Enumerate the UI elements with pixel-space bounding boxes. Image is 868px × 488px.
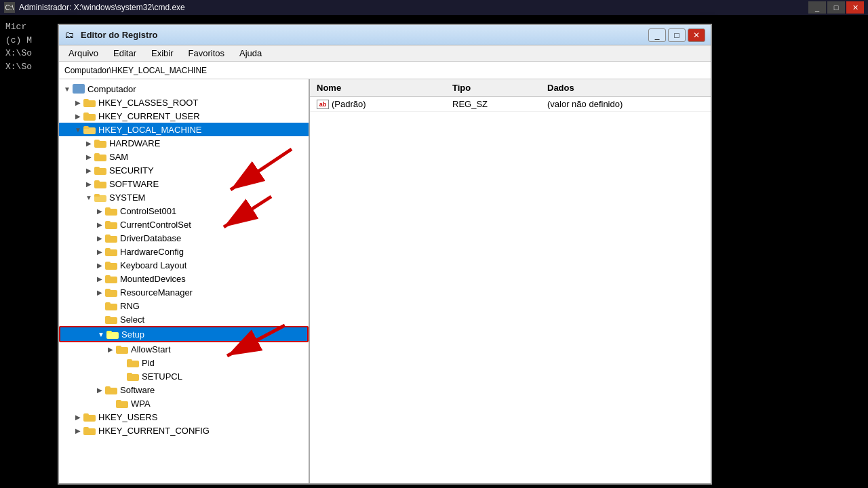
- cmd-titlebar: C:\ Administrador: X:\windows\system32\c…: [0, 0, 868, 15]
- tree-item-currentcontrolset[interactable]: ▶ CurrentControlSet: [59, 218, 309, 231]
- expand-mounteddevices[interactable]: ▶: [94, 273, 105, 284]
- expand-current-user[interactable]: ▶: [73, 110, 83, 121]
- value-row-default[interactable]: ab (Padrão) REG_SZ (valor não definido): [310, 97, 711, 112]
- expand-classes-root[interactable]: ▶: [73, 97, 83, 108]
- tree-item-setup[interactable]: ▼ Setup: [59, 326, 309, 342]
- tree-item-computador[interactable]: ▼ Computador: [59, 82, 309, 96]
- expand-hardwareconfig[interactable]: ▶: [94, 246, 105, 257]
- expand-currentcontrolset[interactable]: ▶: [94, 219, 105, 230]
- regedit-close-button[interactable]: ✕: [688, 28, 705, 42]
- menu-exibir[interactable]: Exibir: [144, 47, 180, 60]
- tree-label-system: SYSTEM: [109, 192, 145, 203]
- regedit-window: 🗂 Editor do Registro _ □ ✕ Arquivo Edita…: [58, 24, 712, 485]
- tree-item-classes-root[interactable]: ▶ HKEY_CLASSES_ROOT: [59, 96, 309, 109]
- values-header: Nome Tipo Dados: [310, 79, 711, 97]
- regedit-minimize-button[interactable]: _: [648, 28, 666, 42]
- tree-item-hkey-users[interactable]: ▶ HKEY_USERS: [59, 410, 309, 424]
- expand-system[interactable]: ▼: [83, 192, 94, 203]
- regedit-addressbar: Computador\HKEY_LOCAL_MACHINE: [59, 62, 711, 79]
- cmd-maximize-button[interactable]: □: [827, 1, 845, 14]
- tree-item-local-machine[interactable]: ▼ HKEY_LOCAL_MACHINE: [59, 123, 309, 136]
- expand-hkey-users[interactable]: ▶: [73, 411, 83, 422]
- expand-software2[interactable]: ▶: [94, 384, 105, 395]
- value-name-default: ab (Padrão): [310, 99, 446, 109]
- col-header-nome: Nome: [310, 81, 446, 94]
- tree-label-pid: Pid: [142, 358, 155, 368]
- tree-label-setup: Setup: [121, 329, 144, 340]
- regedit-title: Editor do Registro: [81, 30, 644, 40]
- tree-item-current-user[interactable]: ▶ HKEY_CURRENT_USER: [59, 109, 309, 123]
- tree-item-sam[interactable]: ▶ SAM: [59, 150, 309, 163]
- tree-label-software: SOFTWARE: [109, 179, 159, 189]
- tree-item-driverdatabase[interactable]: ▶ DriverDatabase: [59, 231, 309, 245]
- tree-item-system[interactable]: ▼ SYSTEM: [59, 190, 309, 204]
- expand-setup[interactable]: ▼: [96, 329, 106, 340]
- tree-item-controlset001[interactable]: ▶ ControlSet001: [59, 204, 309, 218]
- folder-icon-local-machine: [83, 125, 96, 134]
- tree-label-software2: Software: [120, 385, 155, 395]
- expand-sam[interactable]: ▶: [83, 151, 94, 162]
- tree-label-mounteddevices: MountedDevices: [120, 274, 186, 284]
- tree-item-setupcl[interactable]: SETUPCL: [59, 369, 309, 383]
- value-type-default: REG_SZ: [446, 99, 540, 109]
- tree-label-hkey-current-config: HKEY_CURRENT_CONFIG: [98, 426, 210, 436]
- expand-allowstart[interactable]: ▶: [105, 344, 116, 354]
- registry-tree[interactable]: ▼ Computador ▶ HKEY_CLASSES_ROOT ▶ HKEY_…: [59, 79, 310, 483]
- menu-arquivo[interactable]: Arquivo: [62, 47, 105, 60]
- folder-icon-current-user: [83, 111, 96, 121]
- menu-ajuda[interactable]: Ajuda: [233, 47, 269, 60]
- tree-item-security[interactable]: ▶ SECURITY: [59, 163, 309, 177]
- cmd-title: Administrador: X:\windows\system32\cmd.e…: [19, 3, 804, 12]
- tree-item-wpa[interactable]: WPA: [59, 396, 309, 410]
- expand-computador[interactable]: ▼: [62, 83, 73, 94]
- expand-controlset001[interactable]: ▶: [94, 205, 105, 216]
- ab-icon: ab: [317, 100, 329, 109]
- folder-icon-software: [94, 179, 106, 188]
- tree-item-pid[interactable]: Pid: [59, 356, 309, 369]
- expand-driverdatabase[interactable]: ▶: [94, 232, 105, 243]
- tree-item-hardware[interactable]: ▶ HARDWARE: [59, 136, 309, 150]
- menu-editar[interactable]: Editar: [106, 47, 143, 60]
- tree-label-keyboard-layout: Keyboard Layout: [120, 260, 186, 270]
- tree-label-computador: Computador: [87, 84, 136, 94]
- expand-hkey-current-config[interactable]: ▶: [73, 425, 83, 436]
- tree-label-controlset001: ControlSet001: [120, 206, 176, 216]
- tree-item-hkey-current-config[interactable]: ▶ HKEY_CURRENT_CONFIG: [59, 424, 309, 437]
- tree-label-current-user: HKEY_CURRENT_USER: [98, 111, 200, 121]
- cmd-minimize-button[interactable]: _: [808, 1, 826, 14]
- expand-hardware[interactable]: ▶: [83, 138, 94, 148]
- values-panel: Nome Tipo Dados ab (Padrão) REG_SZ (valo…: [310, 79, 711, 483]
- folder-icon-pid: [127, 358, 139, 367]
- folder-icon-controlset001: [105, 206, 117, 216]
- cmd-close-button[interactable]: ✕: [846, 1, 864, 14]
- menu-favoritos[interactable]: Favoritos: [182, 47, 231, 60]
- tree-item-keyboard-layout[interactable]: ▶ Keyboard Layout: [59, 258, 309, 272]
- tree-item-resourcemanager[interactable]: ▶ ResourceManager: [59, 285, 309, 299]
- tree-label-resourcemanager: ResourceManager: [120, 287, 193, 298]
- computer-icon: [73, 84, 85, 94]
- tree-item-allowstart[interactable]: ▶ AllowStart: [59, 342, 309, 356]
- tree-label-hkey-users: HKEY_USERS: [98, 412, 157, 422]
- cmd-window-buttons: _ □ ✕: [808, 1, 864, 14]
- folder-icon-setup: [106, 329, 119, 339]
- folder-icon-mounteddevices: [105, 274, 117, 283]
- expand-resourcemanager[interactable]: ▶: [94, 287, 105, 298]
- address-path: Computador\HKEY_LOCAL_MACHINE: [64, 66, 207, 75]
- tree-item-select[interactable]: Select: [59, 312, 309, 326]
- expand-security[interactable]: ▶: [83, 165, 94, 176]
- expand-software[interactable]: ▶: [83, 178, 94, 189]
- folder-icon-system: [94, 192, 106, 202]
- regedit-window-buttons: _ □ ✕: [648, 28, 705, 42]
- folder-icon-rng: [105, 301, 117, 310]
- folder-icon-driverdatabase: [105, 233, 117, 243]
- tree-item-software2[interactable]: ▶ Software: [59, 383, 309, 396]
- regedit-body: ▼ Computador ▶ HKEY_CLASSES_ROOT ▶ HKEY_…: [59, 79, 711, 483]
- expand-local-machine[interactable]: ▼: [73, 124, 83, 135]
- tree-item-mounteddevices[interactable]: ▶ MountedDevices: [59, 272, 309, 285]
- expand-keyboard-layout[interactable]: ▶: [94, 260, 105, 270]
- tree-item-hardwareconfig[interactable]: ▶ HardwareConfig: [59, 245, 309, 258]
- regedit-maximize-button[interactable]: □: [668, 28, 686, 42]
- folder-icon-allowstart: [116, 344, 128, 354]
- tree-item-rng[interactable]: RNG: [59, 299, 309, 312]
- tree-item-software[interactable]: ▶ SOFTWARE: [59, 177, 309, 190]
